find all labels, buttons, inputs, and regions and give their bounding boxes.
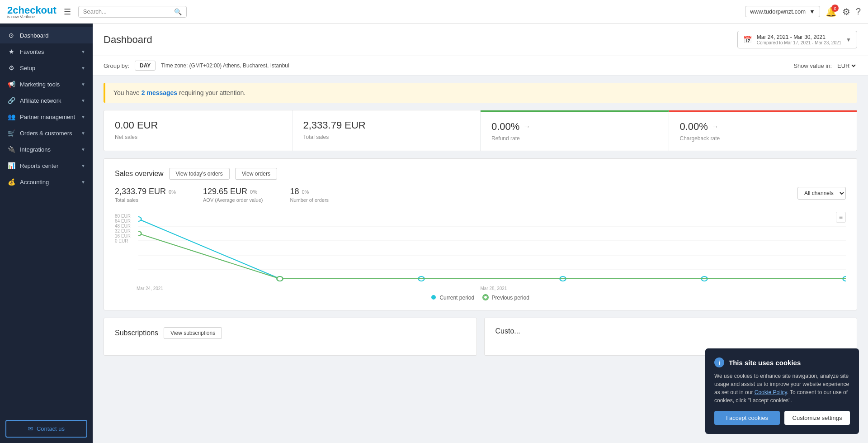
sidebar-bottom: ✉ Contact us <box>0 414 93 443</box>
view-orders-button[interactable]: View orders <box>235 168 277 180</box>
current-period-dot <box>431 295 436 300</box>
page-title: Dashboard <box>104 34 152 46</box>
x-label-mar24: Mar 24, 2021 <box>137 286 163 291</box>
alert-text-after: requiring your attention. <box>177 89 245 96</box>
settings-button[interactable]: ⚙ <box>842 6 850 17</box>
currency-select[interactable]: EUR USD <box>835 62 857 70</box>
calendar-icon: 📅 <box>743 35 752 44</box>
search-input[interactable] <box>83 8 172 15</box>
favorites-icon: ★ <box>7 48 15 55</box>
reports-icon: 📊 <box>7 162 15 169</box>
sidebar-item-partner-management[interactable]: 👥 Partner management ▼ <box>0 109 93 125</box>
cookie-banner: i This site uses cookies We use cookies … <box>705 348 859 434</box>
sidebar-item-orders-customers[interactable]: 🛒 Orders & customers ▼ <box>0 125 93 141</box>
hamburger-button[interactable]: ☰ <box>64 7 71 17</box>
cookie-policy-link[interactable]: Cookie Policy <box>755 389 787 395</box>
metric-net-sales: 0.00 EUR Net sales <box>104 110 292 151</box>
x-axis-labels: Mar 24, 2021 Mar 28, 2021 <box>115 286 846 291</box>
total-sales-label: Total sales <box>303 134 470 140</box>
customize-settings-button[interactable]: Customize settings <box>784 411 850 425</box>
sales-overview-section: Sales overview View today's orders View … <box>104 158 857 310</box>
notifications-button[interactable]: 🔔 2 <box>826 6 837 17</box>
top-right-controls: www.tudorpwnzt.com ▼ 🔔 2 ⚙ ? <box>745 6 861 17</box>
dashboard-icon: ⊙ <box>7 32 15 39</box>
view-subscriptions-button[interactable]: View subscriptions <box>164 327 222 339</box>
chargeback-rate-label: Chargeback rate <box>680 135 846 142</box>
num-orders-stat-value: 18 <box>290 187 299 196</box>
arrow-icon: → <box>523 123 530 131</box>
stat-aov: 129.65 EUR 0% AOV (Average order value) <box>203 187 263 203</box>
chevron-down-icon: ▼ <box>81 114 85 119</box>
svg-point-13 <box>277 276 283 281</box>
cookie-banner-title: This site uses cookies <box>729 359 801 367</box>
metric-total-sales: 2,333.79 EUR Total sales <box>292 110 481 151</box>
notification-badge: 2 <box>831 5 839 12</box>
y-label-64: 64 EUR <box>115 219 138 224</box>
accept-cookies-button[interactable]: I accept cookies <box>714 411 780 425</box>
sidebar-item-label: Reports center <box>20 162 76 169</box>
current-period-label: Current period <box>439 295 474 301</box>
filter-bar: Group by: DAY Time zone: (GMT+02:00) Ath… <box>93 56 868 76</box>
metric-chargeback-rate: 0.00% → Chargeback rate <box>669 110 857 151</box>
channels-select[interactable]: All channels <box>797 187 846 200</box>
y-label-32: 32 EUR <box>115 229 138 233</box>
sidebar-item-integrations[interactable]: 🔌 Integrations ▼ <box>0 141 93 157</box>
sidebar-item-label: Setup <box>20 65 76 71</box>
sidebar-item-favorites[interactable]: ★ Favorites ▼ <box>0 43 93 60</box>
date-range-main: Mar 24, 2021 - Mar 30, 2021 <box>757 34 841 40</box>
stat-num-orders: 18 0% Number of orders <box>290 187 329 203</box>
sales-overview-title: Sales overview <box>115 170 164 178</box>
y-label-80: 80 EUR <box>115 214 138 219</box>
help-button[interactable]: ? <box>856 6 861 17</box>
orders-icon: 🛒 <box>7 129 15 137</box>
day-group-button[interactable]: DAY <box>135 61 156 71</box>
domain-selector[interactable]: www.tudorpwnzt.com ▼ <box>745 6 820 17</box>
chart-container: ≡ 80 EUR 64 EUR 48 EUR 32 EUR 16 EUR 0 E… <box>115 212 846 301</box>
svg-point-12 <box>138 231 142 236</box>
date-range-info: Mar 24, 2021 - Mar 30, 2021 Compared to … <box>757 34 841 45</box>
cookie-banner-header: i This site uses cookies <box>714 357 850 367</box>
svg-point-6 <box>138 217 142 221</box>
stat-total-sales: 2,333.79 EUR 0% Total sales <box>115 187 176 203</box>
setup-icon: ⚙ <box>7 64 15 71</box>
logo: 2checkout is now Verifone <box>7 5 57 19</box>
total-sales-stat-value: 2,333.79 EUR <box>115 187 166 196</box>
y-axis-labels: 80 EUR 64 EUR 48 EUR 32 EUR 16 EUR 0 EUR <box>115 212 138 245</box>
sidebar-item-label: Marketing tools <box>20 81 76 88</box>
chevron-down-icon: ▼ <box>81 66 85 71</box>
customers-title: Custo... <box>495 327 520 335</box>
y-label-48: 48 EUR <box>115 224 138 229</box>
current-period-legend: Current period <box>431 295 474 301</box>
sidebar-item-marketing-tools[interactable]: 📢 Marketing tools ▼ <box>0 76 93 92</box>
filter-left: Group by: DAY Time zone: (GMT+02:00) Ath… <box>104 61 289 71</box>
sidebar-item-reports-center[interactable]: 📊 Reports center ▼ <box>0 157 93 174</box>
show-value-label: Show value in: <box>793 62 832 69</box>
contact-us-button[interactable]: ✉ Contact us <box>5 420 87 438</box>
search-box: 🔍 <box>78 6 187 18</box>
affiliate-icon: 🔗 <box>7 97 15 104</box>
sidebar-item-dashboard[interactable]: ⊙ Dashboard <box>0 27 93 43</box>
partner-icon: 👥 <box>7 113 15 120</box>
marketing-icon: 📢 <box>7 81 15 88</box>
view-todays-orders-button[interactable]: View today's orders <box>169 168 230 180</box>
net-sales-value: 0.00 EUR <box>115 119 281 131</box>
sidebar-item-label: Integrations <box>20 146 76 153</box>
chargeback-rate-value: 0.00% → <box>680 121 846 133</box>
date-range-picker[interactable]: 📅 Mar 24, 2021 - Mar 30, 2021 Compared t… <box>737 31 857 48</box>
sidebar-item-setup[interactable]: ⚙ Setup ▼ <box>0 60 93 76</box>
sidebar-item-accounting[interactable]: 💰 Accounting ▼ <box>0 174 93 190</box>
aov-stat-value: 129.65 EUR <box>203 187 247 196</box>
sidebar-item-label: Dashboard <box>20 32 85 39</box>
chevron-down-icon: ▼ <box>81 180 85 185</box>
integrations-icon: 🔌 <box>7 146 15 153</box>
chevron-down-icon: ▼ <box>81 82 85 87</box>
domain-chevron-icon: ▼ <box>809 8 815 15</box>
refund-rate-label: Refund rate <box>491 135 658 142</box>
num-orders-pct: 0% <box>302 189 309 195</box>
logo-brand: 2checkout <box>7 5 57 16</box>
x-label-mar28: Mar 28, 2021 <box>481 286 507 291</box>
sidebar-item-affiliate-network[interactable]: 🔗 Affiliate network ▼ <box>0 92 93 109</box>
net-sales-label: Net sales <box>115 134 281 140</box>
arrow-icon: → <box>712 123 719 131</box>
alert-messages-link[interactable]: 2 messages <box>142 89 177 96</box>
